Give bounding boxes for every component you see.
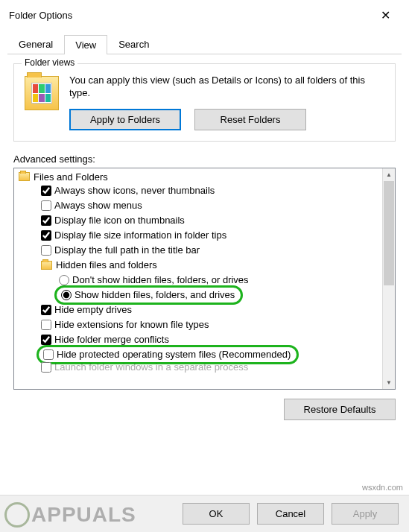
checkbox-input[interactable] (41, 215, 51, 226)
tree-item-label: Hide extensions for known file types (54, 319, 209, 330)
checkbox-input[interactable] (41, 245, 51, 256)
checkbox-input[interactable] (43, 349, 54, 360)
tab-strip: General View Search (7, 34, 402, 54)
scroll-thumb[interactable] (384, 181, 394, 285)
tree-item[interactable]: Hide protected operating system files (R… (19, 347, 382, 362)
tree-item-label: Don't show hidden files, folders, or dri… (72, 274, 249, 285)
scroll-down-button[interactable]: ▼ (383, 376, 395, 389)
folder-views-group: Folder views You can apply this view (su… (13, 63, 396, 142)
url-watermark: wsxdn.com (362, 483, 403, 492)
tree-item[interactable]: Hide empty drives (19, 303, 382, 317)
scroll-up-button[interactable]: ▲ (383, 168, 395, 181)
advanced-settings-label: Advanced settings: (13, 153, 396, 165)
radio-input[interactable] (59, 275, 69, 285)
tab-panel-view: Folder views You can apply this view (su… (0, 54, 409, 420)
checkbox-input[interactable] (41, 200, 51, 211)
checkbox-input[interactable] (41, 230, 51, 241)
tree-item-label: Display the full path in the title bar (54, 244, 200, 256)
tab-general[interactable]: General (7, 34, 64, 54)
advanced-settings-tree[interactable]: Files and FoldersAlways show icons, neve… (13, 168, 396, 390)
restore-defaults-button[interactable]: Restore Defaults (284, 399, 396, 420)
checkbox-input[interactable] (41, 186, 51, 196)
tree-item-label: Hide empty drives (54, 304, 132, 315)
apply-to-folders-button[interactable]: Apply to Folders (69, 109, 181, 130)
title-bar: Folder Options ✕ (0, 0, 409, 27)
tree-item-label: Hidden files and folders (56, 259, 157, 270)
tree-item-label: Hide folder merge conflicts (54, 334, 169, 345)
tree-item-label: Show hidden files, folders, and drives (74, 289, 235, 300)
tree-item[interactable]: Always show icons, never thumbnails (19, 183, 382, 198)
tree-item[interactable]: Show hidden files, folders, and drives (19, 288, 382, 303)
tab-view[interactable]: View (64, 35, 107, 54)
tree-item-label: Always show icons, never thumbnails (54, 185, 215, 196)
tree-item[interactable]: Hide extensions for known file types (19, 317, 382, 332)
tree-item-label: Display file icon on thumbnails (54, 215, 185, 226)
tree-root-label: Files and Folders (34, 171, 108, 183)
tree-item-label: Launch folder windows in a separate proc… (54, 362, 248, 373)
watermark: APPUALS (4, 502, 136, 528)
checkbox-input[interactable] (41, 362, 51, 373)
tree-item-label: Hide protected operating system files (R… (57, 349, 291, 360)
tree-item[interactable]: Launch folder windows in a separate proc… (19, 362, 382, 373)
close-button[interactable]: ✕ (370, 8, 400, 22)
reset-folders-button[interactable]: Reset Folders (194, 109, 306, 130)
highlight-circle: Show hidden files, folders, and drives (54, 285, 243, 305)
checkbox-input[interactable] (41, 305, 51, 315)
apply-button[interactable]: Apply (332, 503, 399, 525)
folder-icon (25, 76, 59, 110)
ok-button[interactable]: OK (183, 503, 250, 525)
scrollbar[interactable]: ▲ ▼ (382, 168, 395, 389)
folder-icon (41, 261, 52, 270)
radio-input[interactable] (61, 290, 72, 300)
folder-views-text: You can apply this view (such as Details… (69, 75, 387, 100)
tree-item[interactable]: Always show menus (19, 198, 382, 213)
tree-item[interactable]: Display file icon on thumbnails (19, 213, 382, 228)
checkbox-input[interactable] (41, 320, 51, 330)
checkbox-input[interactable] (41, 335, 51, 345)
tree-item-label: Display file size information in folder … (54, 229, 226, 241)
tree-root: Files and Folders (19, 171, 382, 183)
folder-views-legend: Folder views (22, 57, 77, 68)
folder-icon (19, 172, 30, 181)
cancel-button[interactable]: Cancel (257, 503, 324, 525)
tree-item[interactable]: Hidden files and folders (19, 258, 382, 273)
tree-item-label: Always show menus (54, 200, 142, 211)
tree-item[interactable]: Display file size information in folder … (19, 228, 382, 243)
tab-search[interactable]: Search (107, 34, 160, 54)
window-title: Folder Options (9, 10, 72, 21)
tree-item[interactable]: Display the full path in the title bar (19, 243, 382, 258)
